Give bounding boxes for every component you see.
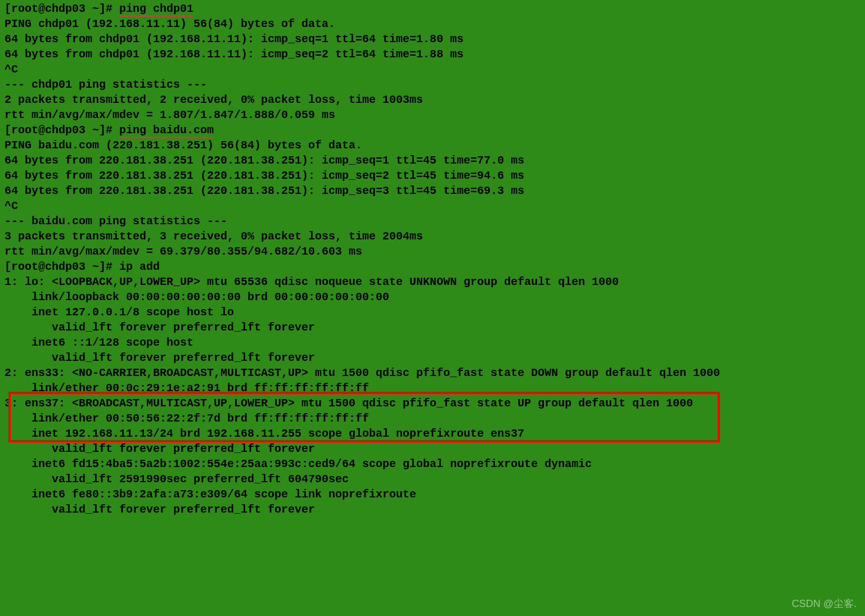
output-line: rtt min/avg/max/mdev = 1.807/1.847/1.888… [4, 107, 861, 123]
output-line: 1: lo: <LOOPBACK,UP,LOWER_UP> mtu 65536 … [4, 274, 861, 289]
output-line: --- chdp01 ping statistics --- [4, 77, 861, 92]
output-line: ^C [4, 62, 861, 77]
output-line-ens37-inet: inet 192.168.11.13/24 brd 192.168.11.255… [4, 426, 861, 441]
prompt-line-3: [root@chdp03 ~]# ip add [4, 259, 861, 274]
output-line: valid_lft forever preferred_lft forever [4, 502, 861, 517]
command-ping-baidu: ping baidu.com [119, 124, 214, 138]
prompt-line-1: [root@chdp03 ~]# ping chdp01 [4, 1, 861, 16]
output-line-ens37-header: 3: ens37: <BROADCAST,MULTICAST,UP,LOWER_… [4, 396, 861, 411]
output-line: 64 bytes from 220.181.38.251 (220.181.38… [4, 168, 861, 183]
output-line: PING baidu.com (220.181.38.251) 56(84) b… [4, 138, 861, 153]
output-line-ens37-link: link/ether 00:50:56:22:2f:7d brd ff:ff:f… [4, 411, 861, 426]
output-line: 3 packets transmitted, 3 received, 0% pa… [4, 229, 861, 244]
output-line: ^C [4, 198, 861, 214]
output-line: PING chdp01 (192.168.11.11) 56(84) bytes… [4, 16, 861, 31]
prompt-prefix: [root@chdp03 ~]# [4, 2, 119, 15]
output-line: link/loopback 00:00:00:00:00:00 brd 00:0… [4, 289, 861, 305]
output-line: valid_lft forever preferred_lft forever [4, 441, 861, 456]
output-line: 64 bytes from chdp01 (192.168.11.11): ic… [4, 47, 861, 62]
prompt-line-2: [root@chdp03 ~]# ping baidu.com [4, 123, 861, 138]
watermark: CSDN @尘客. [792, 596, 857, 612]
output-line: 64 bytes from 220.181.38.251 (220.181.38… [4, 183, 861, 198]
output-line: link/ether 00:0c:29:1e:a2:91 brd ff:ff:f… [4, 381, 861, 396]
output-line: inet 127.0.0.1/8 scope host lo [4, 305, 861, 320]
output-line: rtt min/avg/max/mdev = 69.379/80.355/94.… [4, 244, 861, 259]
output-line: inet6 ::1/128 scope host [4, 335, 861, 350]
output-line: valid_lft 2591990sec preferred_lft 60479… [4, 472, 861, 487]
output-line: --- baidu.com ping statistics --- [4, 214, 861, 229]
output-line: valid_lft forever preferred_lft forever [4, 350, 861, 365]
output-line: 2 packets transmitted, 2 received, 0% pa… [4, 92, 861, 107]
output-line: inet6 fe80::3b9:2afa:a73:e309/64 scope l… [4, 487, 861, 502]
command-ping-chdp01: ping chdp01 [119, 2, 193, 17]
output-line: 64 bytes from 220.181.38.251 (220.181.38… [4, 153, 861, 168]
output-line: valid_lft forever preferred_lft forever [4, 320, 861, 335]
output-line: inet6 fd15:4ba5:5a2b:1002:554e:25aa:993c… [4, 456, 861, 472]
output-line: 2: ens33: <NO-CARRIER,BROADCAST,MULTICAS… [4, 365, 861, 381]
output-line: 64 bytes from chdp01 (192.168.11.11): ic… [4, 31, 861, 47]
prompt-prefix: [root@chdp03 ~]# [4, 124, 119, 137]
